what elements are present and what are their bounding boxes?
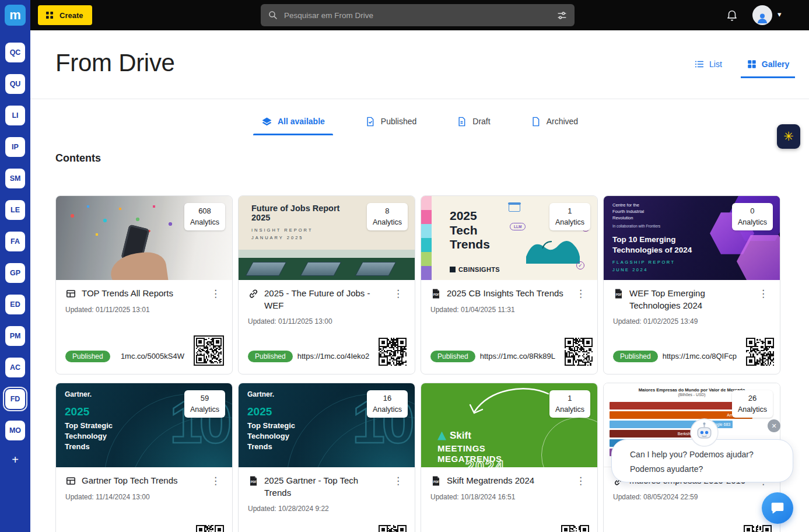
analytics-label: Analytics xyxy=(190,404,219,415)
view-list-button[interactable]: List xyxy=(688,58,728,78)
svg-text:PDF: PDF xyxy=(616,293,622,296)
card-body: PDF 2025 CB Insights Tech Trends ⋮ Updat… xyxy=(421,280,597,374)
sidebar-item-qc[interactable]: QC xyxy=(5,43,25,62)
layers-icon xyxy=(261,116,272,127)
content-card-skift[interactable]: Skift MEETINGS MEGATRENDS 2024 1 Analyti… xyxy=(421,383,598,532)
sidebar-item-ip[interactable]: IP xyxy=(5,137,25,157)
chat-close-button[interactable]: ✕ xyxy=(768,419,780,432)
sidebar-item-gp[interactable]: GP xyxy=(5,263,25,283)
search-input[interactable] xyxy=(284,11,551,20)
add-workspace-button[interactable]: + xyxy=(12,452,19,467)
user-avatar[interactable] xyxy=(752,5,772,25)
table-icon xyxy=(65,288,76,299)
arrow-doodle xyxy=(455,386,554,426)
view-gallery-label: Gallery xyxy=(762,60,789,69)
analytics-count: 16 xyxy=(373,393,402,404)
chat-robot-avatar[interactable] xyxy=(690,418,719,447)
skift-logo: Skift xyxy=(437,430,471,442)
analytics-badge: 1 Analytics xyxy=(549,390,590,418)
analytics-badge: 26 Analytics xyxy=(732,390,773,418)
qr-code xyxy=(561,525,589,532)
more-options-button[interactable]: ⋮ xyxy=(572,474,589,488)
account-chevron-down-icon[interactable]: ▾ xyxy=(778,10,782,19)
header-divider xyxy=(30,99,809,99)
share-url[interactable]: https://1mc.co/8Rk89L xyxy=(480,352,555,360)
illustration-ground xyxy=(239,250,415,280)
filter-tune-icon[interactable] xyxy=(556,10,568,21)
more-options-button[interactable]: ⋮ xyxy=(207,474,224,488)
status-filter-tabs: All available Published Draft Archived xyxy=(30,108,809,134)
tab-published[interactable]: Published xyxy=(356,108,425,134)
more-options-button[interactable]: ⋮ xyxy=(390,287,407,300)
share-url[interactable]: https://1mc.co/4Ieko2 xyxy=(297,352,370,360)
rainbow-stripe-decoration xyxy=(421,196,432,280)
card-title: WEF Top Emerging Technologies 2024 xyxy=(629,287,750,312)
sidebar-item-qu[interactable]: QU xyxy=(5,74,25,94)
sidebar-item-ac[interactable]: AC xyxy=(5,358,25,377)
tab-archived[interactable]: Archived xyxy=(522,108,586,134)
content-card-top-trends[interactable]: 608 Analytics TOP Trends All Reports ⋮ U… xyxy=(55,195,233,374)
page-title: From Drive xyxy=(55,49,175,77)
share-url[interactable]: https://1mc.co/8QIFcp xyxy=(663,352,737,360)
sidebar-item-mo[interactable]: MO xyxy=(5,421,25,440)
thumb-year: 2024 xyxy=(465,458,505,467)
updated-timestamp: Updated: 01/02/2025 13:49 xyxy=(613,317,772,326)
chat-greeting-line2: Podemos ayudarte? xyxy=(630,462,781,477)
svg-text:PDF: PDF xyxy=(433,293,439,296)
contents-heading: Contents xyxy=(55,152,101,164)
share-url[interactable]: 1mc.co/5005kS4W xyxy=(121,352,184,360)
sidebar-item-li[interactable]: LI xyxy=(5,106,25,125)
card-thumbnail-jobs-report: Future of Jobs Report 2025 INSIGHT REPOR… xyxy=(239,196,415,280)
content-card-cb-insights[interactable]: 2025 Tech Trends LLM ✓ CBINSIGHTS 1 Anal… xyxy=(421,195,598,374)
more-options-button[interactable]: ⋮ xyxy=(572,287,589,300)
tab-all-available[interactable]: All available xyxy=(253,108,333,134)
analytics-badge: 59 Analytics xyxy=(184,390,225,418)
card-body: TOP Trends All Reports ⋮ Updated: 01/11/… xyxy=(56,280,232,374)
qr-code xyxy=(194,335,224,366)
card-title: TOP Trends All Reports xyxy=(82,287,173,299)
create-button[interactable]: Create xyxy=(38,5,92,25)
sidebar-item-pm[interactable]: PM xyxy=(5,326,25,346)
workspace-nav: QC QU LI IP SM LE FA GP ED PM AC FD MO + xyxy=(0,43,30,467)
content-card-wef[interactable]: Centre for the Fourth Industrial Revolut… xyxy=(603,195,780,374)
search-bar[interactable] xyxy=(261,4,575,26)
updated-timestamp: Updated: 10/18/2024 16:51 xyxy=(430,493,589,501)
app-logo[interactable]: m xyxy=(5,5,26,26)
analytics-badge: 16 Analytics xyxy=(367,390,408,418)
status-badge: Published xyxy=(613,351,658,362)
card-body: Gartner Top Tech Trends ⋮ Updated: 11/14… xyxy=(56,467,232,532)
content-card-gartner-pdf[interactable]: 10 Gartner. 2025 Top Strategic Technolog… xyxy=(238,383,415,532)
updated-timestamp: Updated: 10/28/2024 9:22 xyxy=(248,505,407,513)
analytics-label: Analytics xyxy=(373,217,402,228)
thumb-subtitle: INSIGHT REPORT xyxy=(251,228,339,233)
chat-fab-button[interactable] xyxy=(762,492,793,524)
content-card-future-of-jobs[interactable]: Future of Jobs Report 2025 INSIGHT REPOR… xyxy=(238,195,415,374)
thumb-title: 2025 Tech Trends xyxy=(450,209,490,252)
more-options-button[interactable]: ⋮ xyxy=(207,287,224,300)
link-icon xyxy=(248,288,259,299)
assistant-spark-button[interactable]: ✳ xyxy=(777,124,800,149)
view-gallery-button[interactable]: Gallery xyxy=(741,58,795,78)
thumb-year: 2025 xyxy=(65,405,89,418)
notifications-bell-icon[interactable] xyxy=(726,9,738,22)
analytics-label: Analytics xyxy=(738,217,767,228)
content-card-gartner-dashboard[interactable]: 10 Gartner. 2025 Top Strategic Technolog… xyxy=(55,383,233,532)
sidebar-item-le[interactable]: LE xyxy=(5,200,25,220)
more-options-button[interactable]: ⋮ xyxy=(755,287,772,300)
sidebar-item-sm[interactable]: SM xyxy=(5,169,25,188)
sidebar-item-ed[interactable]: ED xyxy=(5,295,25,314)
create-button-label: Create xyxy=(59,11,83,20)
sidebar-item-fd[interactable]: FD xyxy=(5,389,25,409)
pdf-icon: PDF xyxy=(248,475,259,487)
more-options-button[interactable]: ⋮ xyxy=(390,474,407,488)
sidebar-item-fa[interactable]: FA xyxy=(5,232,25,251)
topbar: Create ▾ xyxy=(30,0,809,30)
card-thumbnail-photo: 608 Analytics xyxy=(56,196,232,280)
card-thumbnail-gartner: 10 Gartner. 2025 Top Strategic Technolog… xyxy=(239,383,415,467)
qr-code xyxy=(744,525,772,532)
thumb-year: 2025 xyxy=(247,405,272,418)
tab-draft[interactable]: Draft xyxy=(448,108,498,134)
gartner-logo: Gartner. xyxy=(65,390,92,398)
store-doodle xyxy=(509,204,520,212)
card-thumbnail-skift: Skift MEETINGS MEGATRENDS 2024 1 Analyti… xyxy=(421,383,597,467)
